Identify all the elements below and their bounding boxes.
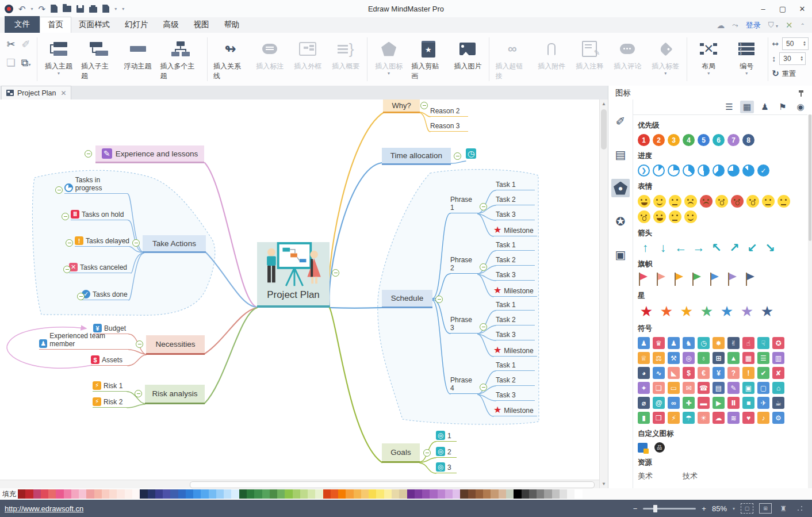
custom-edraw-icon[interactable] bbox=[638, 443, 648, 453]
fill-color-swatch[interactable] bbox=[25, 489, 33, 499]
insert-tag-button[interactable]: 插入标签 ▾ bbox=[648, 36, 683, 76]
emoji-face-icon[interactable] bbox=[653, 210, 666, 223]
insert-clipart-button[interactable]: ★ 插入剪贴画 bbox=[409, 36, 447, 82]
fill-color-swatch[interactable] bbox=[33, 489, 41, 499]
fill-color-swatch[interactable] bbox=[308, 489, 315, 499]
flag-icon[interactable] bbox=[656, 273, 667, 286]
symbol-tornado-icon[interactable]: ≋ bbox=[727, 412, 740, 424]
symbol-scales-icon[interactable]: ⚖ bbox=[653, 352, 665, 364]
scroll-up-icon[interactable]: ▲ bbox=[600, 99, 608, 108]
subtopic-node[interactable]: ♟Experienced team member bbox=[39, 340, 129, 350]
collapse-minus-icon[interactable] bbox=[132, 239, 140, 247]
symbol-euro-icon[interactable]: € bbox=[698, 367, 710, 379]
priority-7-icon[interactable]: 7 bbox=[727, 134, 740, 146]
subtopic-node[interactable]: ◎1 bbox=[436, 432, 457, 442]
print-icon[interactable] bbox=[89, 7, 97, 13]
star-icon[interactable]: ★ bbox=[759, 304, 776, 319]
emoji-face-icon[interactable] bbox=[731, 195, 744, 208]
symbol-handshake-icon[interactable]: ✌ bbox=[727, 337, 740, 349]
symbol-lightning-icon[interactable]: ⚡ bbox=[668, 412, 680, 424]
subtopic-node[interactable]: ◎3 bbox=[436, 464, 457, 473]
presentation-icon[interactable]: ♜ bbox=[777, 504, 789, 513]
subtopic-node[interactable]: ⚡Risk 1 bbox=[93, 382, 127, 392]
flag-icon[interactable] bbox=[691, 273, 703, 286]
emoji-face-icon[interactable] bbox=[762, 195, 775, 208]
layout-button[interactable]: ✕ 布局 ▾ bbox=[691, 36, 726, 76]
symbol-alarm-clock-icon[interactable]: ◷ bbox=[698, 337, 710, 349]
subtopic-node[interactable]: ✓Tasks done bbox=[82, 291, 129, 300]
fill-color-swatch[interactable] bbox=[64, 489, 71, 499]
collapse-minus-icon[interactable] bbox=[66, 239, 73, 247]
tab-view[interactable]: 视图 bbox=[186, 17, 217, 33]
format-brush-tab-icon[interactable]: ✐ bbox=[611, 112, 630, 131]
fill-color-swatch[interactable] bbox=[331, 489, 338, 499]
tab-page-style[interactable]: 页面样式 bbox=[71, 17, 117, 33]
symbol-medal-icon[interactable]: ✪ bbox=[772, 337, 784, 349]
symbol-cart-icon[interactable]: ⊞ bbox=[713, 352, 725, 364]
symbol-question-icon[interactable]: ? bbox=[727, 367, 740, 379]
symbol-line-chart-icon[interactable]: ∿ bbox=[653, 367, 665, 379]
fit-page-icon[interactable]: ▢ bbox=[741, 503, 753, 514]
fill-color-swatch[interactable] bbox=[163, 489, 170, 499]
symbol-at-icon[interactable]: @ bbox=[653, 397, 665, 409]
collapse-minus-icon[interactable] bbox=[135, 390, 142, 397]
insert-topic-button[interactable]: 插入主题 ▾ bbox=[41, 36, 76, 76]
fill-color-swatch[interactable] bbox=[186, 489, 193, 499]
progress-25-icon[interactable] bbox=[668, 164, 680, 177]
add-member-icon[interactable]: ♟ bbox=[758, 101, 772, 113]
symbol-bomb-icon[interactable]: ✸ bbox=[713, 337, 725, 349]
fill-color-swatch[interactable] bbox=[522, 489, 529, 499]
fill-color-swatch[interactable] bbox=[483, 489, 491, 499]
flag-icon[interactable] bbox=[673, 273, 685, 286]
symbol-thumbs-up-icon[interactable]: ☝ bbox=[742, 337, 754, 349]
subtopic-node[interactable]: Task 3 bbox=[496, 331, 535, 340]
emoji-face-icon[interactable] bbox=[777, 195, 790, 208]
progress-62.5-icon[interactable] bbox=[713, 164, 725, 177]
fill-color-swatch[interactable] bbox=[376, 489, 384, 499]
tab-help[interactable]: 帮助 bbox=[217, 17, 247, 33]
collapse-minus-icon[interactable] bbox=[77, 293, 85, 300]
arrow-icon[interactable]: → bbox=[691, 242, 706, 254]
zoom-level[interactable]: 85% bbox=[712, 504, 727, 513]
zoom-dropdown-icon[interactable]: ▾ bbox=[733, 506, 735, 511]
symbol-image-broken-icon[interactable]: ❒ bbox=[653, 412, 665, 424]
fill-color-swatch[interactable] bbox=[392, 489, 399, 499]
symbol-battery-icon[interactable]: ▮ bbox=[638, 412, 650, 424]
emoji-face-icon[interactable] bbox=[684, 210, 697, 223]
emoji-face-icon[interactable] bbox=[638, 210, 650, 223]
subtopic-node[interactable]: Task 2 bbox=[496, 377, 535, 386]
subtopic-node[interactable]: ◷ bbox=[466, 151, 476, 160]
emoji-face-icon[interactable] bbox=[684, 195, 697, 208]
fill-color-swatch[interactable] bbox=[48, 489, 56, 499]
tab-home[interactable]: 首页 bbox=[40, 17, 71, 33]
fill-color-swatch[interactable] bbox=[529, 489, 537, 499]
emoji-face-icon[interactable] bbox=[700, 195, 713, 208]
visibility-icon[interactable]: ◉ bbox=[794, 101, 807, 113]
symbol-area-chart-icon[interactable]: ◣ bbox=[668, 367, 680, 379]
insert-picture-button[interactable]: 插入图片 bbox=[450, 36, 485, 72]
symbol-envelope-icon[interactable]: ✉ bbox=[683, 382, 695, 394]
fill-color-swatch[interactable] bbox=[270, 489, 277, 499]
insert-relationship-button[interactable]: ↬ 插入关系线 bbox=[211, 36, 250, 82]
symbol-exclamation-icon[interactable]: ! bbox=[742, 367, 754, 379]
subtopic-node[interactable]: Reason 2 bbox=[430, 108, 468, 117]
pin-icon[interactable] bbox=[798, 90, 804, 97]
fill-color-swatch[interactable] bbox=[102, 489, 109, 499]
website-link[interactable]: http://www.edrawsoft.cn bbox=[5, 504, 83, 513]
symbol-layers-icon[interactable]: ❏ bbox=[653, 382, 665, 394]
grid-view-icon[interactable]: ▦ bbox=[740, 101, 754, 113]
fill-color-swatch[interactable] bbox=[399, 489, 407, 499]
symbol-calendar-icon[interactable]: ▦ bbox=[742, 352, 754, 364]
fill-color-swatch[interactable] bbox=[453, 489, 460, 499]
page-setup-icon[interactable]: ⊞ bbox=[759, 503, 772, 514]
h-spacing-stepper[interactable]: 50▲▼ bbox=[782, 37, 809, 50]
emoji-face-icon[interactable] bbox=[669, 210, 681, 223]
subtopic-node[interactable]: Task 1 bbox=[496, 242, 535, 251]
redo-icon[interactable]: ↷ bbox=[39, 5, 46, 13]
new-file-icon[interactable] bbox=[51, 5, 58, 13]
fill-color-swatch[interactable] bbox=[201, 489, 208, 499]
fill-color-swatch[interactable] bbox=[86, 489, 94, 499]
collapse-minus-icon[interactable] bbox=[423, 449, 431, 457]
symbol-users-icon[interactable]: ♞ bbox=[683, 337, 695, 349]
fill-color-swatch[interactable] bbox=[262, 489, 270, 499]
